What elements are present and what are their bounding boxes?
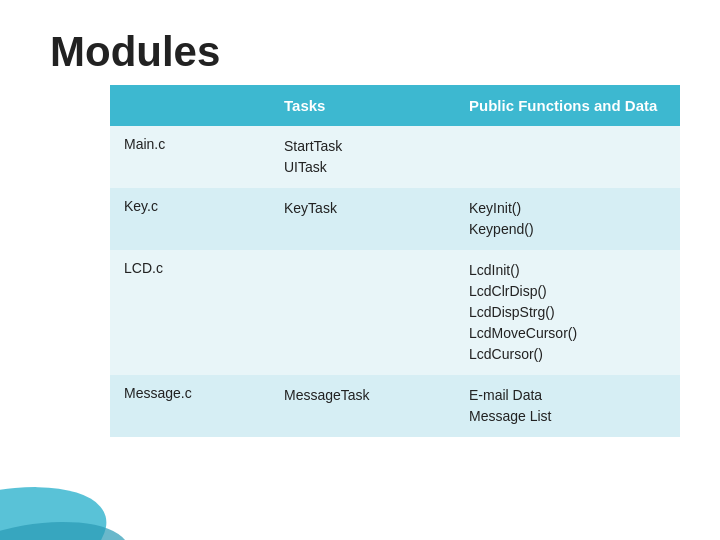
col-header-functions: Public Functions and Data [455, 85, 680, 126]
svg-point-1 [0, 508, 135, 540]
table-row: Main.c StartTask UITask [110, 126, 680, 188]
svg-point-0 [0, 463, 120, 540]
col-header-tasks: Tasks [270, 85, 455, 126]
cell-tasks: StartTask UITask [270, 126, 455, 188]
cell-module: Key.c [110, 188, 270, 250]
cell-module: LCD.c [110, 250, 270, 375]
modules-table-container: Tasks Public Functions and Data Main.c S… [110, 85, 680, 437]
table-header-row: Tasks Public Functions and Data [110, 85, 680, 126]
cell-module: Message.c [110, 375, 270, 437]
table-row: Message.c MessageTask E-mail Data Messag… [110, 375, 680, 437]
col-header-module [110, 85, 270, 126]
table-row: Key.c KeyTask KeyInit() Keypend() [110, 188, 680, 250]
cell-tasks: KeyTask [270, 188, 455, 250]
cell-functions: LcdInit() LcdClrDisp() LcdDispStrg() Lcd… [455, 250, 680, 375]
table-row: LCD.c LcdInit() LcdClrDisp() LcdDispStrg… [110, 250, 680, 375]
cell-tasks: MessageTask [270, 375, 455, 437]
cell-functions: KeyInit() Keypend() [455, 188, 680, 250]
cell-functions [455, 126, 680, 188]
cell-functions: E-mail Data Message List [455, 375, 680, 437]
modules-table: Tasks Public Functions and Data Main.c S… [110, 85, 680, 437]
cell-module: Main.c [110, 126, 270, 188]
cell-tasks [270, 250, 455, 375]
page-title: Modules [50, 28, 220, 76]
